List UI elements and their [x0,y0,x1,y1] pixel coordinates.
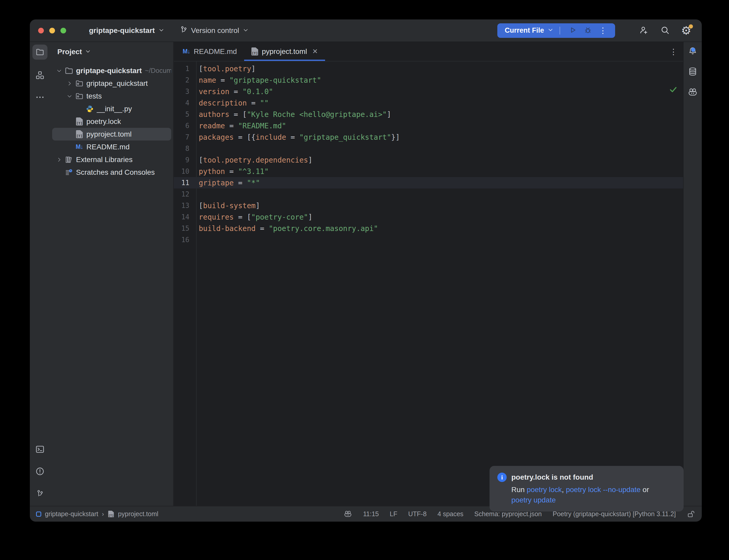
line-number: 9 [174,156,189,164]
tree-item-tests[interactable]: tests [52,90,171,102]
terminal-toolwindow-button[interactable] [35,445,45,455]
line-number: 11 [174,179,189,187]
link-poetry-lock-no-update[interactable]: poetry lock --no-update [566,486,641,494]
code-line-4[interactable]: 4description = "" [174,97,683,109]
code-line-3[interactable]: 3version = "0.1.0" [174,86,683,97]
tree-item-poetry-lock[interactable]: [T]poetry.lock [52,115,171,128]
tree-item-label: tests [86,92,102,100]
tree-item-__init__-py[interactable]: __init__.py [52,102,171,115]
code-line-5[interactable]: 5authors = ["Kyle Roche <hello@griptape.… [174,109,683,120]
code-token: readme [199,122,225,130]
tree-item-pyproject-toml[interactable]: [T]pyproject.toml [52,128,171,141]
status-cursor-position[interactable]: 11:15 [363,510,379,518]
code-token: ] [251,65,255,73]
code-token: packages [199,133,234,142]
code-editor[interactable]: 1[tool.poetry]2name = "griptape-quicksta… [174,61,683,506]
code-token: = [225,167,238,176]
search-everywhere-button[interactable] [657,22,673,39]
code-line-9[interactable]: 9[tool.poetry.dependencies] [174,154,683,166]
module-icon [36,512,41,517]
status-encoding[interactable]: UTF-8 [408,510,427,518]
code-line-13[interactable]: 13[build-system] [174,200,683,211]
code-token: [ [242,110,247,119]
tree-item-label: pyproject.toml [86,130,131,138]
code-line-16[interactable]: 16 [174,234,683,246]
tree-item-external-libraries[interactable]: External Libraries [52,153,171,166]
vcs-toolwindow-button[interactable] [35,489,45,499]
code-token: = [234,179,247,187]
more-toolwindows-button[interactable] [35,93,45,103]
run-configuration-selector[interactable]: Current File [505,26,553,34]
git-branch-icon [36,489,44,498]
debug-button[interactable] [580,23,595,38]
link-poetry-update[interactable]: poetry update [511,496,556,504]
code-line-6[interactable]: 6readme = "README.md" [174,120,683,131]
toml-file-icon: [T] [76,117,83,125]
add-user-button[interactable] [635,22,652,39]
tree-item-readme-md[interactable]: M↓README.md [52,141,171,153]
notification-text: Run [511,486,527,494]
link-poetry-lock[interactable]: poetry lock [527,486,562,494]
status-indent[interactable]: 4 spaces [438,510,463,518]
run-button[interactable] [565,23,580,38]
project-panel-header[interactable]: Project [50,42,173,62]
right-tool-strip [683,42,702,506]
ai-assistant-status-icon[interactable] [343,510,352,519]
zoom-window-button[interactable] [60,28,66,33]
git-branch-icon [180,26,187,35]
toml-file-icon: [T] [108,510,114,517]
code-token: "*" [247,179,260,187]
database-toolwindow-button[interactable] [688,67,697,77]
minimize-window-button[interactable] [49,28,55,33]
tree-item-griptape-quickstart[interactable]: griptape-quickstart~/Docume [52,64,171,77]
settings-button[interactable]: ⚙ [678,22,695,39]
inspection-ok-icon[interactable] [669,85,677,95]
project-widget[interactable]: griptape-quickstart [89,26,164,35]
code-token: = [255,224,269,233]
code-line-2[interactable]: 2name = "griptape-quickstart" [174,74,683,86]
tree-item-label: griptape-quickstart [76,67,142,75]
notifications-button[interactable] [688,47,697,56]
more-dots-icon [35,93,45,103]
close-window-button[interactable] [38,28,44,33]
notification-popup[interactable]: i poetry.lock is not found Run poetry lo… [490,466,684,512]
problems-toolwindow-button[interactable] [35,467,45,477]
code-line-12[interactable]: 12 [174,188,683,200]
code-token: tool.poetry.dependencies [203,156,308,164]
more-run-actions-button[interactable]: ⋮ [595,23,610,38]
ai-assistant-button[interactable] [688,88,697,97]
code-token: python [199,167,225,176]
code-line-15[interactable]: 15build-backend = "poetry.core.masonry.a… [174,223,683,234]
code-line-14[interactable]: 14requires = ["poetry-core"] [174,211,683,223]
tab-readme-md[interactable]: M↓README.md [175,42,244,61]
unlock-icon[interactable] [687,510,696,519]
code-line-8[interactable]: 8 [174,143,683,154]
line-number: 5 [174,110,189,118]
python-file-icon [86,105,94,113]
code-line-11[interactable]: 11griptape = "*" [174,177,683,188]
editor-tab-bar: M↓README.md[T]pyproject.toml✕⋮ [174,42,683,61]
code-line-1[interactable]: 1[tool.poetry] [174,63,683,74]
breadcrumb-file[interactable]: pyproject.toml [118,510,158,518]
status-line-separator[interactable]: LF [390,510,397,518]
code-line-10[interactable]: 10python = "^3.11" [174,166,683,177]
code-token: tool.poetry [203,65,251,73]
project-toolwindow-button[interactable] [32,45,47,60]
code-line-7[interactable]: 7packages = [{include = "griptape_quicks… [174,131,683,143]
chevron-down-icon[interactable] [65,93,74,99]
code-token: "griptape-quickstart" [229,76,321,85]
tab-pyproject-toml[interactable]: [T]pyproject.toml✕ [244,42,325,61]
code-token: include [255,133,286,142]
tree-item-griptape_quickstart[interactable]: griptape_quickstart [52,77,171,90]
breadcrumb-project[interactable]: griptape-quickstart [45,510,98,518]
chevron-right-icon[interactable] [65,81,74,86]
chevron-right-icon[interactable] [54,157,64,163]
structure-toolwindow-button[interactable] [35,71,45,81]
tree-item-scratches-and-consoles[interactable]: Scratches and Consoles [52,166,171,179]
vcs-widget[interactable]: Version control [180,26,248,35]
tab-options-button[interactable]: ⋮ [670,42,677,61]
markdown-file-icon: M↓ [183,48,190,55]
divider [560,27,560,34]
close-tab-icon[interactable]: ✕ [312,47,318,55]
chevron-down-icon[interactable] [54,68,64,74]
